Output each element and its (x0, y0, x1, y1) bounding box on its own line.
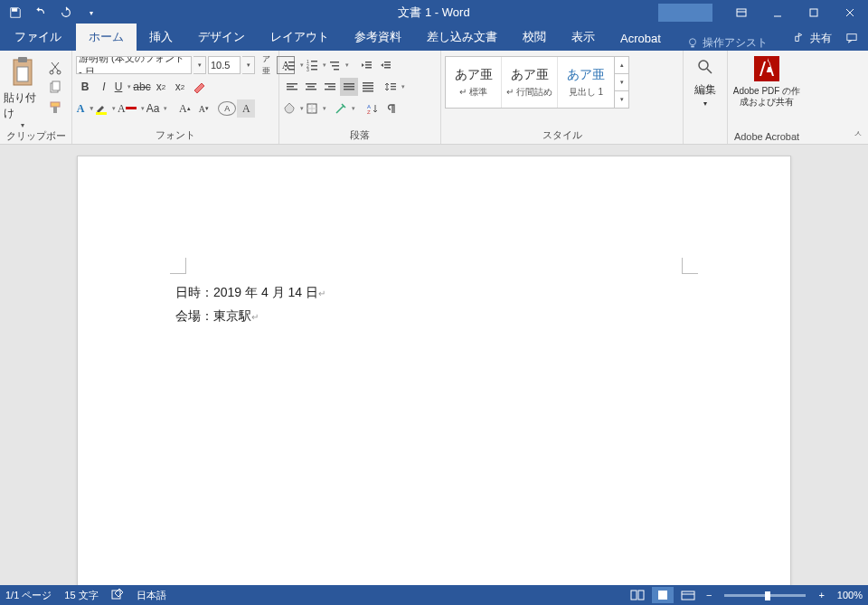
superscript-button[interactable]: x2 (171, 78, 189, 96)
svg-rect-49 (363, 85, 373, 87)
font-color-button[interactable]: A (118, 99, 146, 118)
text-line-2[interactable]: 会場：東京駅 (175, 308, 251, 323)
qat-customize-button[interactable]: ▾ (81, 3, 101, 23)
distribute-button[interactable] (359, 78, 377, 96)
italic-button[interactable]: I (95, 78, 113, 96)
document-area[interactable]: 日時：2019 年 4 月 14 日↵ 会場：東京駅↵ (0, 145, 868, 585)
show-marks-button[interactable] (382, 99, 401, 118)
svg-rect-41 (306, 89, 316, 90)
align-justify-button[interactable] (340, 78, 358, 96)
subscript-button[interactable]: x2 (152, 78, 170, 96)
align-right-button[interactable] (321, 78, 339, 96)
svg-rect-39 (306, 83, 316, 85)
paste-button[interactable]: 貼り付け ▾ (4, 56, 42, 129)
ribbon-display-button[interactable] (723, 0, 760, 25)
tab-home[interactable]: ホーム (76, 24, 137, 51)
indent-inc-button[interactable] (376, 56, 394, 74)
font-name-drop[interactable]: ▾ (193, 56, 206, 74)
tab-design[interactable]: デザイン (185, 24, 258, 51)
bold-button[interactable]: B (76, 78, 94, 96)
tab-references[interactable]: 参考資料 (342, 24, 414, 51)
line-spacing-button[interactable] (384, 78, 406, 96)
svg-rect-7 (17, 67, 28, 81)
svg-rect-36 (287, 83, 297, 85)
tab-review[interactable]: 校閲 (510, 24, 559, 51)
grow-font-button[interactable]: A▴ (175, 99, 193, 118)
close-button[interactable] (832, 0, 868, 25)
group-label-paragraph: 段落 (283, 128, 437, 144)
word-count[interactable]: 15 文字 (64, 589, 98, 602)
paragraph-mark: ↵ (318, 288, 326, 298)
highlight-button[interactable] (95, 99, 117, 118)
borders-button[interactable] (306, 99, 327, 118)
page[interactable]: 日時：2019 年 4 月 14 日↵ 会場：東京駅↵ (77, 156, 791, 585)
comments-button[interactable] (841, 25, 863, 51)
gallery-down-button[interactable]: ▾ (615, 74, 628, 91)
print-layout-button[interactable] (652, 587, 674, 603)
format-painter-button[interactable] (47, 99, 63, 116)
underline-button[interactable]: U (114, 78, 132, 96)
collapse-ribbon-button[interactable]: ㅅ (854, 128, 863, 140)
font-name-select[interactable]: 游明朝 (本文のフォント - 日 (76, 56, 192, 74)
tab-insert[interactable]: 挿入 (137, 24, 185, 51)
gallery-up-button[interactable]: ▴ (615, 57, 628, 74)
align-left-button[interactable] (283, 78, 301, 96)
svg-rect-45 (344, 83, 354, 85)
tab-acrobat[interactable]: Acrobat (608, 26, 674, 51)
undo-button[interactable] (31, 3, 51, 23)
read-mode-button[interactable] (627, 587, 648, 603)
change-case-button[interactable]: Aa (146, 99, 169, 118)
char-shading-button[interactable]: A (237, 99, 255, 118)
bullets-button[interactable] (283, 56, 305, 74)
strike-button[interactable]: abc (133, 78, 151, 96)
indent-dec-button[interactable] (357, 56, 375, 74)
web-layout-button[interactable] (677, 587, 699, 603)
copy-button[interactable] (47, 80, 63, 96)
zoom-in-button[interactable]: + (815, 590, 827, 600)
minimize-button[interactable] (760, 0, 796, 25)
cut-button[interactable] (47, 60, 63, 76)
align-center-button[interactable] (302, 78, 320, 96)
style-heading1[interactable]: あア亜 見出し 1 (558, 57, 614, 108)
maximize-button[interactable] (796, 0, 832, 25)
zoom-thumb[interactable] (765, 591, 770, 600)
text-effects-button[interactable]: A (76, 99, 94, 118)
enclosed-char-button[interactable]: A (218, 101, 236, 116)
redo-button[interactable] (56, 3, 76, 23)
share-button[interactable]: 共有 (794, 31, 832, 46)
zoom-out-button[interactable]: − (703, 590, 715, 600)
sort-button[interactable]: AZ (363, 99, 382, 118)
window-title: 文書 1 - Word (398, 5, 469, 21)
tab-layout[interactable]: レイアウト (258, 24, 342, 51)
numbering-button[interactable]: 123 (306, 56, 327, 74)
document-content[interactable]: 日時：2019 年 4 月 14 日↵ 会場：東京駅↵ (175, 281, 326, 328)
font-size-select[interactable]: 10.5 (208, 56, 241, 74)
proofing-button[interactable] (111, 588, 124, 602)
svg-rect-43 (328, 86, 335, 88)
asian-layout-button[interactable] (335, 99, 356, 118)
clear-format-button[interactable] (190, 78, 208, 96)
text-line-1[interactable]: 日時：2019 年 4 月 14 日 (175, 285, 318, 299)
style-normal[interactable]: あア亜 ↵ 標準 (446, 57, 502, 108)
phonetic-guide-button[interactable]: ア亜 (257, 56, 275, 74)
user-account-box[interactable] (658, 4, 712, 22)
svg-rect-64 (682, 591, 694, 600)
zoom-slider[interactable] (724, 594, 806, 597)
tab-file[interactable]: ファイル (0, 24, 76, 51)
tab-mailings[interactable]: 差し込み文書 (414, 24, 510, 51)
adobe-pdf-button[interactable]: Adobe PDF の作成および共有 (731, 56, 802, 108)
style-no-spacing[interactable]: あア亜 ↵ 行間詰め (502, 57, 558, 108)
language[interactable]: 日本語 (137, 589, 166, 602)
editing-button[interactable] (696, 58, 714, 79)
tell-me-search[interactable]: 操作アシスト (674, 35, 768, 51)
shrink-font-button[interactable]: A▾ (194, 99, 212, 118)
tab-view[interactable]: 表示 (559, 24, 608, 51)
svg-rect-6 (18, 57, 27, 62)
zoom-level[interactable]: 100% (837, 590, 863, 600)
font-size-drop[interactable]: ▾ (242, 56, 255, 74)
save-button[interactable] (5, 3, 25, 23)
multilevel-button[interactable] (328, 56, 350, 74)
shading-button[interactable] (283, 99, 305, 118)
gallery-more-button[interactable]: ▾ (615, 91, 628, 108)
page-count[interactable]: 1/1 ページ (5, 589, 52, 602)
